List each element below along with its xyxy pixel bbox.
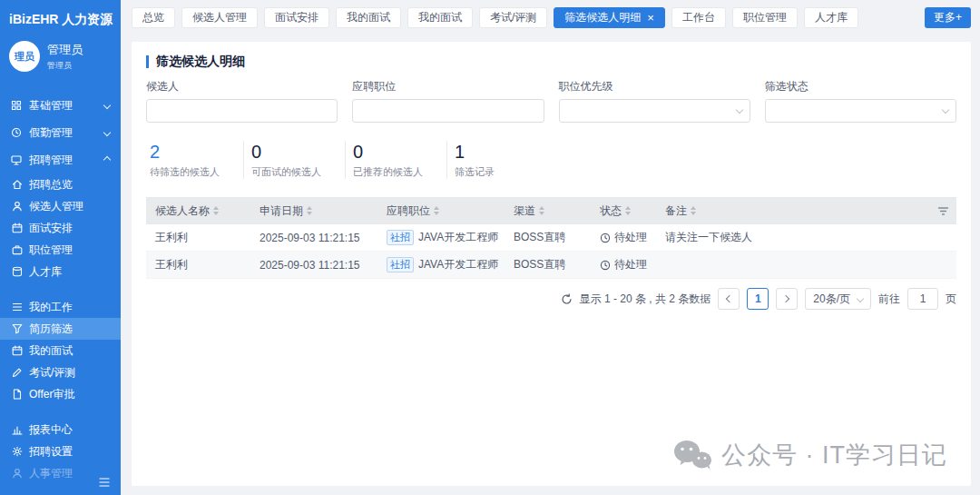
refresh-icon[interactable] [561, 293, 573, 305]
col-header-status[interactable]: 状态 [591, 203, 656, 219]
sort-icon[interactable] [625, 206, 631, 215]
status-filter-select[interactable] [765, 99, 956, 123]
tab-exam-eval[interactable]: 考试/评测 [479, 7, 547, 28]
recruit-type-badge: 社招 [387, 230, 414, 245]
cell-apply-date: 2025-09-03 11:21:15 [250, 232, 377, 244]
wechat-icon [672, 439, 712, 471]
sidebar-item-my-interview[interactable]: 我的面试 [0, 340, 121, 361]
sidebar-group-label: 假勤管理 [29, 125, 73, 141]
watermark-text: 公众号 · IT学习日记 [721, 439, 947, 471]
user-icon [12, 468, 23, 479]
chevron-left-icon [726, 295, 733, 302]
goto-page-input[interactable] [907, 288, 938, 310]
sidebar-item-label: 报表中心 [29, 422, 73, 438]
sidebar-item-label: 考试/评测 [29, 365, 75, 381]
stat-label: 可面试的候选人 [251, 165, 321, 179]
sidebar-item-my-work[interactable]: 我的工作 [0, 296, 121, 318]
sidebar-item-recruit-overview[interactable]: 招聘总览 [0, 173, 121, 195]
sort-icon[interactable] [213, 206, 219, 215]
table-row[interactable]: 王利利 2025-09-03 11:21:15 社招JAVA开发工程师 BOSS… [146, 224, 956, 252]
column-filter-icon[interactable] [931, 205, 956, 217]
candidates-table: 候选人名称 申请日期 应聘职位 渠道 状态 备注 王利利 2025-09-03 … [146, 197, 956, 279]
sidebar-item-recruit-settings[interactable]: 招聘设置 [0, 441, 121, 462]
more-button[interactable]: 更多+ [925, 7, 971, 28]
cell-position: 社招JAVA开发工程师 [377, 230, 505, 245]
position-filter-input[interactable] [352, 99, 544, 123]
sidebar-item-talent-pool[interactable]: 人才库 [0, 261, 121, 282]
tab-overview[interactable]: 总览 [132, 7, 175, 28]
sidebar-item-resume-screening[interactable]: 简历筛选 [0, 318, 121, 340]
col-header-apply-date[interactable]: 申请日期 [250, 203, 377, 219]
sort-icon[interactable] [539, 206, 544, 215]
clock-icon [600, 233, 611, 243]
stat-pending-candidates[interactable]: 2 待筛选的候选人 [146, 141, 244, 179]
sidebar-item-candidate-mgmt[interactable]: 候选人管理 [0, 195, 121, 217]
tab-label: 总览 [142, 10, 164, 25]
sidebar-item-label: 候选人管理 [29, 199, 83, 214]
tab-label: 候选人管理 [192, 10, 247, 25]
col-header-candidate-name[interactable]: 候选人名称 [146, 203, 250, 219]
tab-workbench[interactable]: 工作台 [671, 7, 726, 28]
close-tab-icon[interactable]: × [647, 12, 654, 24]
pencil-icon [12, 367, 23, 378]
stat-recommended-candidates[interactable]: 0 已推荐的候选人 [346, 141, 447, 179]
sidebar-group-attendance[interactable]: 假勤管理 [0, 119, 121, 146]
col-header-channel[interactable]: 渠道 [505, 203, 591, 219]
tab-my-interview-2[interactable]: 我的面试 [407, 7, 473, 28]
tab-my-interview-1[interactable]: 我的面试 [336, 7, 401, 28]
sort-icon[interactable] [434, 206, 439, 215]
sidebar-group-basic[interactable]: 基础管理 [0, 92, 121, 119]
sidebar-group-recruit[interactable]: 招聘管理 [0, 146, 121, 173]
tab-label: 工作台 [682, 10, 715, 25]
page-size-select[interactable]: 20条/页 [805, 288, 871, 310]
grid-icon [11, 100, 22, 111]
chevron-up-icon [103, 156, 111, 163]
sidebar-group-label: 基础管理 [29, 98, 73, 114]
tab-label: 面试安排 [275, 10, 318, 25]
sidebar-section-gap [0, 282, 121, 296]
tab-candidate-mgmt[interactable]: 候选人管理 [181, 7, 258, 28]
priority-filter-select[interactable] [559, 99, 750, 123]
tab-talent-pool[interactable]: 人才库 [804, 7, 858, 28]
col-header-label: 备注 [665, 203, 687, 219]
sort-icon[interactable] [307, 206, 312, 215]
cell-apply-date: 2025-09-03 11:21:15 [250, 259, 377, 272]
stat-interviewable-candidates[interactable]: 0 可面试的候选人 [244, 141, 346, 179]
sort-icon[interactable] [691, 206, 696, 215]
recruit-type-badge: 社招 [387, 257, 414, 272]
cell-channel: BOSS直聘 [505, 230, 591, 245]
cell-position: 社招JAVA开发工程师 [377, 257, 505, 272]
cell-status: 待处理 [591, 230, 656, 245]
filter-bar: 候选人 应聘职位 职位优先级 筛选状态 [132, 79, 971, 128]
page-size-value: 20条/页 [813, 292, 850, 307]
page-number-button[interactable]: 1 [747, 288, 769, 310]
sidebar-item-position-mgmt[interactable]: 职位管理 [0, 239, 121, 261]
briefcase-icon [12, 244, 23, 255]
candidate-filter-input[interactable] [146, 99, 338, 123]
col-header-position[interactable]: 应聘职位 [377, 203, 505, 219]
filter-label: 职位优先级 [559, 79, 750, 94]
sidebar-item-interview-schedule[interactable]: 面试安排 [0, 217, 121, 239]
sidebar-item-report-center[interactable]: 报表中心 [0, 419, 121, 441]
prev-page-button[interactable] [718, 288, 740, 310]
user-panel[interactable]: 理员 管理员 管理员 [0, 37, 121, 83]
stats-bar: 2 待筛选的候选人 0 可面试的候选人 0 已推荐的候选人 1 筛选记录 [132, 128, 971, 193]
tab-position-mgmt[interactable]: 职位管理 [732, 7, 798, 28]
col-header-note[interactable]: 备注 [656, 203, 931, 219]
collapse-sidebar-icon[interactable] [95, 473, 113, 491]
position-name: JAVA开发工程师 [418, 257, 498, 272]
chevron-down-icon [103, 102, 111, 109]
sidebar-item-exam-eval[interactable]: 考试/评测 [0, 361, 121, 383]
main-content: 筛选候选人明细 候选人 应聘职位 职位优先级 筛选状态 2 待筛选的候选人 0 … [132, 42, 971, 486]
stat-screening-records[interactable]: 1 筛选记录 [447, 141, 518, 179]
table-row[interactable]: 王利利 2025-09-03 11:21:15 社招JAVA开发工程师 BOSS… [146, 252, 956, 279]
col-header-label: 应聘职位 [387, 203, 430, 219]
page-title: 筛选候选人明细 [156, 54, 245, 70]
next-page-button[interactable] [776, 288, 798, 310]
sidebar-item-label: 我的面试 [29, 343, 73, 359]
tab-screening-candidate-detail[interactable]: 筛选候选人明细 × [554, 7, 665, 28]
position-name: JAVA开发工程师 [418, 230, 498, 245]
tab-interview-schedule[interactable]: 面试安排 [264, 7, 329, 28]
sidebar-item-offer-approval[interactable]: Offer审批 [0, 383, 121, 405]
stat-value: 2 [150, 141, 220, 163]
